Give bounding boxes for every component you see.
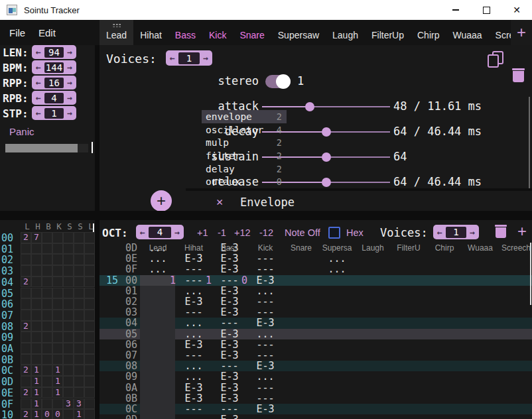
note-cell[interactable]: E-3 xyxy=(212,393,247,404)
order-cell[interactable] xyxy=(84,288,95,299)
order-cell[interactable] xyxy=(52,398,63,410)
order-cell[interactable] xyxy=(52,288,63,299)
transpose-down-1-button[interactable]: -1 xyxy=(218,227,226,238)
order-cell[interactable] xyxy=(63,310,74,321)
note-cell[interactable]: E-3 xyxy=(176,383,212,393)
increment-arrow[interactable]: → xyxy=(64,78,76,87)
tab-laugh[interactable]: Laugh xyxy=(326,20,365,45)
order-cell[interactable] xyxy=(63,343,74,354)
order-cell[interactable] xyxy=(31,265,42,276)
order-cell[interactable] xyxy=(42,387,52,398)
panic-button[interactable]: Panic xyxy=(9,126,34,137)
note-cell[interactable]: --- xyxy=(247,264,283,274)
decrement-arrow[interactable]: ← xyxy=(33,63,44,72)
order-cell[interactable] xyxy=(52,232,63,243)
note-cell[interactable]: --- xyxy=(247,339,283,350)
order-cell[interactable] xyxy=(52,254,63,265)
order-cell[interactable] xyxy=(74,298,84,310)
order-cell[interactable] xyxy=(31,331,42,343)
unit-row-delay[interactable]: delay2 xyxy=(202,162,287,176)
order-cell[interactable] xyxy=(42,321,52,332)
note-cell[interactable]: ... xyxy=(247,371,283,382)
add-track-button[interactable]: + xyxy=(517,222,527,241)
order-cell[interactable] xyxy=(21,376,31,387)
note-cell[interactable]: --- xyxy=(212,318,247,328)
order-cell[interactable]: 1 xyxy=(31,365,42,376)
order-cell[interactable] xyxy=(52,243,63,255)
pattern-row[interactable]: 0E...E-3E-3---... xyxy=(100,253,532,264)
order-cell[interactable] xyxy=(42,365,52,376)
order-cell[interactable] xyxy=(42,298,52,310)
note-cell[interactable]: E-3 xyxy=(247,361,283,371)
note-cell[interactable]: ... xyxy=(140,264,176,274)
order-cell[interactable]: 3 xyxy=(63,398,74,410)
note-cell[interactable]: E-3 xyxy=(212,296,247,307)
tab-bass[interactable]: Bass xyxy=(168,20,202,45)
note-cell[interactable]: --- xyxy=(247,253,283,264)
unit-row-outaux[interactable]: outaux0 xyxy=(202,176,287,189)
note-cell[interactable]: --- xyxy=(212,361,247,371)
octave-decrement-arrow[interactable]: ← xyxy=(137,228,149,237)
order-cell[interactable] xyxy=(84,409,95,419)
order-cell[interactable] xyxy=(63,409,74,419)
order-cell[interactable] xyxy=(21,343,31,354)
increment-arrow[interactable]: → xyxy=(64,63,76,72)
unit-row-mulp[interactable]: mulp2 xyxy=(202,136,287,149)
order-cell[interactable] xyxy=(42,398,52,410)
note-cell[interactable]: ... xyxy=(247,286,283,296)
unit-row-filter[interactable]: filter2 xyxy=(202,149,287,162)
tab-screech[interactable]: Screech xyxy=(489,20,511,45)
note-off-button[interactable]: Note Off xyxy=(285,227,320,238)
order-cell[interactable] xyxy=(74,254,84,265)
note-cell[interactable]: E-3 xyxy=(212,371,247,382)
note-cell[interactable]: E-3 xyxy=(212,264,247,274)
slider-knob[interactable] xyxy=(322,178,331,187)
pattern-row[interactable]: 1500110------E-3 xyxy=(100,275,532,286)
order-cell[interactable] xyxy=(21,288,31,299)
order-cell[interactable] xyxy=(31,288,42,299)
track-voices-decrement-arrow[interactable]: ← xyxy=(434,228,446,237)
order-cell[interactable] xyxy=(74,276,84,288)
order-cell[interactable] xyxy=(42,310,52,321)
note-cell[interactable]: E-3 xyxy=(247,275,283,286)
order-cell[interactable]: 2 xyxy=(21,276,31,288)
maximize-button[interactable] xyxy=(471,0,501,20)
order-cell[interactable] xyxy=(63,232,74,243)
order-cell[interactable] xyxy=(63,265,74,276)
order-cell[interactable]: 0 xyxy=(42,409,52,419)
order-cell[interactable] xyxy=(74,354,84,365)
order-cell[interactable] xyxy=(63,354,74,365)
note-cell[interactable]: ... xyxy=(247,329,283,339)
delete-track-icon[interactable] xyxy=(496,225,506,238)
tab-snare[interactable]: Snare xyxy=(233,20,271,45)
order-cell[interactable] xyxy=(74,365,84,376)
tab-hihat[interactable]: Hihat xyxy=(133,20,168,45)
order-cell[interactable] xyxy=(84,343,95,354)
order-cell[interactable] xyxy=(84,265,95,276)
tab-kick[interactable]: Kick xyxy=(202,20,233,45)
order-cell[interactable] xyxy=(63,243,74,255)
note-cell[interactable]: E-3 xyxy=(212,329,247,339)
order-cell[interactable] xyxy=(52,354,63,365)
order-cell[interactable]: 1 xyxy=(74,409,84,419)
order-cell[interactable] xyxy=(52,331,63,343)
order-cell[interactable] xyxy=(52,276,63,288)
add-instrument-button[interactable]: + xyxy=(511,20,532,45)
order-cell[interactable] xyxy=(74,321,84,332)
note-cell[interactable]: E-3 xyxy=(247,318,283,328)
note-cell[interactable]: --- xyxy=(247,383,283,393)
track-voices-increment-arrow[interactable]: → xyxy=(466,228,478,237)
order-cell[interactable]: 1 xyxy=(52,387,63,398)
note-cell[interactable]: E-3 xyxy=(176,393,212,404)
tab-chirp[interactable]: Chirp xyxy=(411,20,446,45)
unit-row-envelope[interactable]: envelope2 xyxy=(202,110,287,123)
note-cell[interactable]: ... xyxy=(319,264,355,274)
note-cell[interactable]: --- xyxy=(247,393,283,404)
note-cell[interactable]: ... xyxy=(176,414,212,419)
order-cell[interactable] xyxy=(84,398,95,410)
order-cell[interactable] xyxy=(63,276,74,288)
order-cell[interactable] xyxy=(31,298,42,310)
note-cell[interactable]: ... xyxy=(176,361,212,371)
order-cell[interactable] xyxy=(52,343,63,354)
order-cell[interactable]: 3 xyxy=(74,398,84,410)
